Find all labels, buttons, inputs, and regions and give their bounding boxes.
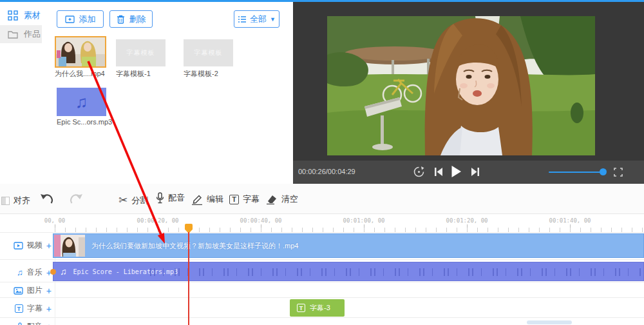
music-clip[interactable]: ♫ Epic Score - Liberators.mp3 <box>53 262 644 281</box>
fullscreen-icon[interactable] <box>614 168 623 177</box>
ruler-tick-label: 00:00:40, 00 <box>240 217 281 224</box>
waveform <box>150 268 641 276</box>
ruler-tick-label: 00:00:20, 00 <box>137 217 178 224</box>
divider <box>0 259 644 260</box>
ruler-tick-label: 00, 00 <box>44 217 66 224</box>
subtitle-clip-name: 字幕-3 <box>310 303 330 313</box>
eraser-icon <box>266 194 278 204</box>
preview-timecode: 00:00:26/00:04:29 <box>298 168 355 175</box>
track-name: 图片 <box>27 285 43 296</box>
playback-controls: 00:00:26/00:04:29 <box>293 161 644 184</box>
sidebar-item-works[interactable]: 作品 <box>0 25 42 43</box>
add-video-button[interactable]: + <box>46 241 52 251</box>
folder-icon <box>8 30 18 39</box>
music-note-icon: ♫ <box>60 266 67 277</box>
track-label-dub: 配音 + <box>0 321 52 325</box>
library-item-video[interactable] <box>55 36 106 68</box>
music-note-icon: ♫ <box>75 94 88 110</box>
loop-icon[interactable] <box>413 166 425 178</box>
next-frame-icon[interactable] <box>471 167 480 177</box>
grid-icon <box>8 10 18 21</box>
clear-button[interactable]: 清空 <box>266 193 298 205</box>
video-clip-name: 为什么我们要做新加坡中文视频？新加坡美女是这样子说的！.mp4 <box>91 241 298 251</box>
edit-toolbar: 对齐 ✂ 分割 配音 <box>0 184 644 214</box>
play-icon[interactable] <box>451 165 462 178</box>
delete-button-label: 删除 <box>129 14 146 25</box>
split-button[interactable]: ✂ 分割 <box>118 193 148 207</box>
template-watermark: 字幕模板 <box>127 48 155 57</box>
volume-slider-handle[interactable] <box>600 168 607 175</box>
track-label-video: 视频 + <box>0 240 52 251</box>
dub-button[interactable]: 配音 <box>156 192 185 204</box>
edit-button[interactable]: 编辑 <box>191 193 223 205</box>
dub-track-icon <box>17 322 23 325</box>
ruler-tick-label: 00:01:00, 00 <box>343 217 384 224</box>
delete-button[interactable]: 删除 <box>109 10 153 28</box>
scissors-icon: ✂ <box>118 193 128 207</box>
subtitle-label: 字幕 <box>243 193 260 205</box>
ruler-tick-label: 00:01:20, 00 <box>446 217 488 224</box>
track-label-image: 图片 + <box>0 285 52 296</box>
track-name: 视频 <box>27 240 43 251</box>
volume-slider[interactable] <box>549 172 604 173</box>
align-checkbox-icon <box>1 197 10 205</box>
video-clip[interactable]: 为什么我们要做新加坡中文视频？新加坡美女是这样子说的！.mp4 <box>53 233 644 258</box>
track-name: 音乐 <box>27 267 43 278</box>
clip-trim-handle[interactable] <box>50 269 56 275</box>
add-button[interactable]: 添加 <box>57 10 104 28</box>
divider <box>0 297 644 298</box>
edit-label: 编辑 <box>207 193 223 205</box>
playhead-line <box>188 232 189 325</box>
track-name: 字幕 <box>27 303 43 314</box>
horizontal-scrollbar[interactable] <box>527 320 572 324</box>
library-item-label: 为什么我....mp4 <box>55 69 105 79</box>
dub-label: 配音 <box>168 192 185 204</box>
video-track-icon <box>14 242 23 250</box>
text-icon: T <box>297 304 305 312</box>
pencil-icon <box>191 194 203 205</box>
add-subtitle-button[interactable]: + <box>46 304 52 314</box>
template-watermark: 字幕模板 <box>194 48 223 57</box>
video-clip-thumbnail <box>54 235 85 257</box>
library-item-template-2[interactable]: 字幕模板 <box>184 39 233 66</box>
image-track-icon <box>14 287 23 295</box>
video-frame-image <box>327 16 595 155</box>
track-label-music: ♫ 音乐 + <box>0 267 52 278</box>
subtitle-track-icon: T <box>15 304 23 313</box>
video-thumbnail-image <box>56 37 105 66</box>
track-label-subtitle: T 字幕 + <box>0 303 52 314</box>
previous-frame-icon[interactable] <box>434 167 443 177</box>
subtitle-button[interactable]: T 字幕 <box>229 193 260 205</box>
align-label: 对齐 <box>14 195 30 206</box>
redo-icon[interactable] <box>70 193 83 204</box>
folder-plus-icon <box>65 15 75 23</box>
library-item-label: 字幕模板-1 <box>116 69 151 79</box>
preview-panel: 00:00:26/00:04:29 <box>293 2 644 184</box>
library-item-audio[interactable]: ♫ <box>57 88 106 116</box>
ruler-tick-label: 00:01:40, 00 <box>549 217 591 224</box>
add-button-label: 添加 <box>79 14 96 25</box>
timeline-panel: 00, 00 00:00:20, 00 00:00:40, 00 00:01:0… <box>0 214 644 325</box>
subtitle-clip[interactable]: T 字幕-3 <box>290 299 345 317</box>
music-track-icon: ♫ <box>17 268 23 277</box>
divider <box>0 232 644 233</box>
list-icon <box>238 15 247 23</box>
sidebar-material-label: 素材 <box>24 10 41 21</box>
track-name: 配音 <box>27 321 43 325</box>
sidebar-item-material[interactable]: 素材 <box>0 6 42 25</box>
add-dub-button[interactable]: + <box>46 322 52 325</box>
align-toggle[interactable]: 对齐 <box>1 195 30 206</box>
text-icon: T <box>229 195 239 204</box>
split-label: 分割 <box>131 195 148 206</box>
add-image-button[interactable]: + <box>46 286 52 296</box>
filter-label: 全部 <box>250 14 267 25</box>
sidebar-works-label: 作品 <box>24 28 41 40</box>
timeline-ruler-ticks <box>55 228 644 232</box>
library-panel: 素材 作品 添加 删除 全部 <box>0 2 293 184</box>
filter-dropdown[interactable]: 全部 ▼ <box>234 10 279 28</box>
library-item-template-1[interactable]: 字幕模板 <box>116 39 166 66</box>
video-preview[interactable] <box>327 16 595 155</box>
divider <box>0 317 644 318</box>
undo-icon[interactable] <box>40 193 53 204</box>
chevron-down-icon: ▼ <box>270 16 276 23</box>
